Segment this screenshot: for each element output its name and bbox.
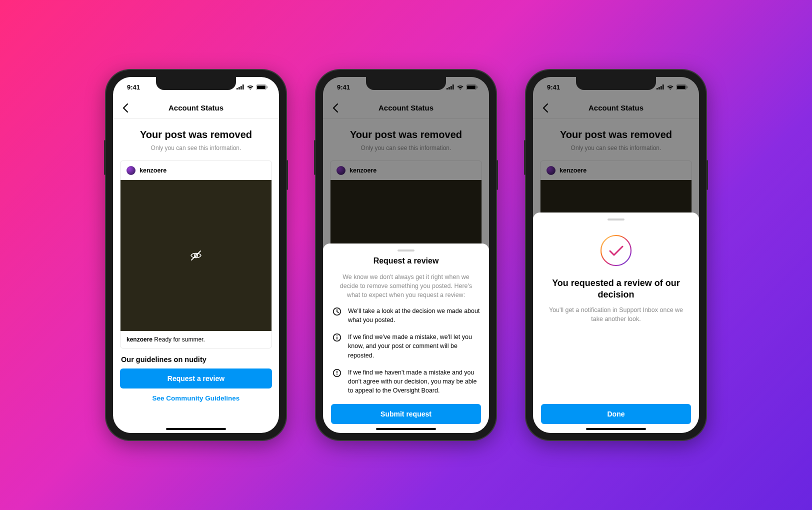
phone-screen: 9:41 Account Status Your post was remove… — [323, 77, 489, 433]
review-step: We'll take a look at the decision we mad… — [332, 306, 480, 324]
svg-rect-0 — [236, 88, 238, 90]
svg-rect-19 — [336, 337, 338, 340]
svg-rect-3 — [242, 84, 244, 90]
review-confirmation-sheet: You requested a review of our decision Y… — [533, 212, 699, 433]
svg-point-30 — [601, 236, 631, 266]
sheet-intro-text: We know we don't always get it right whe… — [331, 272, 481, 300]
svg-rect-2 — [240, 86, 242, 90]
phone-mockup-2: 9:41 Account Status Your post was remove… — [316, 70, 496, 440]
post-caption: kenzoere Ready for summer. — [120, 331, 272, 348]
submit-request-button[interactable]: Submit request — [331, 404, 481, 424]
request-review-button[interactable]: Request a review — [120, 368, 272, 388]
caption-text: Ready for summer. — [152, 336, 205, 343]
phone-screen: 9:41 Account Status Your post was remove… — [533, 77, 699, 433]
removed-heading: Your post was removed — [120, 129, 272, 140]
privacy-note: Only you can see this information. — [120, 144, 272, 152]
phone-screen: 9:41 Account Status Your post was remove… — [113, 77, 279, 433]
post-username: kenzoere — [140, 167, 166, 174]
battery-icon — [256, 84, 268, 90]
done-button[interactable]: Done — [541, 404, 691, 424]
phone-notch — [576, 77, 656, 90]
svg-rect-1 — [238, 87, 240, 90]
sheet-grabber[interactable] — [398, 250, 414, 252]
phone-mockup-1: 9:41 Account Status Your post was remove… — [106, 70, 286, 440]
removed-post-card: kenzoere kenzoere Ready for summer. — [120, 160, 272, 348]
sheet-grabber[interactable] — [608, 218, 624, 220]
post-media-hidden — [120, 180, 272, 331]
chevron-left-icon — [122, 104, 128, 112]
svg-rect-5 — [257, 86, 266, 89]
info-icon — [332, 332, 342, 342]
phone-notch — [156, 77, 236, 90]
review-step-text: We'll take a look at the decision we mad… — [348, 306, 480, 324]
svg-rect-21 — [336, 370, 338, 374]
svg-rect-6 — [267, 86, 268, 88]
nav-bar: Account Status — [113, 97, 279, 119]
home-indicator[interactable] — [586, 428, 646, 430]
wifi-icon — [246, 84, 254, 90]
alert-icon — [332, 368, 342, 378]
confirmation-text: You'll get a notification in Support Inb… — [541, 306, 691, 324]
status-icons — [236, 84, 268, 90]
svg-point-18 — [336, 336, 338, 336]
confirmation-title: You requested a review of our decision — [541, 278, 691, 301]
clock-icon — [332, 306, 342, 316]
page-title: Account Status — [168, 104, 224, 112]
main-content: Your post was removed Only you can see t… — [113, 119, 279, 413]
review-step-text: If we find we've made a mistake, we'll l… — [348, 332, 480, 360]
status-time: 9:41 — [127, 84, 140, 91]
svg-line-8 — [192, 251, 200, 260]
guidelines-heading: Our guidelines on nudity — [120, 348, 272, 368]
home-indicator[interactable] — [166, 428, 226, 430]
success-check-icon — [541, 232, 691, 268]
phone-mockup-3: 9:41 Account Status Your post was remove… — [526, 70, 706, 440]
review-steps-list: We'll take a look at the decision we mad… — [331, 306, 481, 395]
review-step: If we find we haven't made a mistake and… — [332, 368, 480, 395]
request-review-sheet: Request a review We know we don't always… — [323, 244, 489, 433]
user-avatar — [126, 166, 136, 175]
review-step: If we find we've made a mistake, we'll l… — [332, 332, 480, 360]
back-button[interactable] — [118, 100, 133, 116]
cellular-signal-icon — [236, 84, 244, 90]
review-step-text: If we find we haven't made a mistake and… — [348, 368, 480, 395]
hidden-eye-icon — [190, 249, 202, 262]
phone-notch — [366, 77, 446, 90]
community-guidelines-link[interactable]: See Community Guidelines — [120, 388, 272, 408]
svg-point-22 — [336, 374, 338, 375]
home-indicator[interactable] — [376, 428, 436, 430]
post-header: kenzoere — [120, 161, 272, 180]
caption-username: kenzoere — [126, 336, 152, 343]
sheet-title: Request a review — [331, 256, 481, 266]
